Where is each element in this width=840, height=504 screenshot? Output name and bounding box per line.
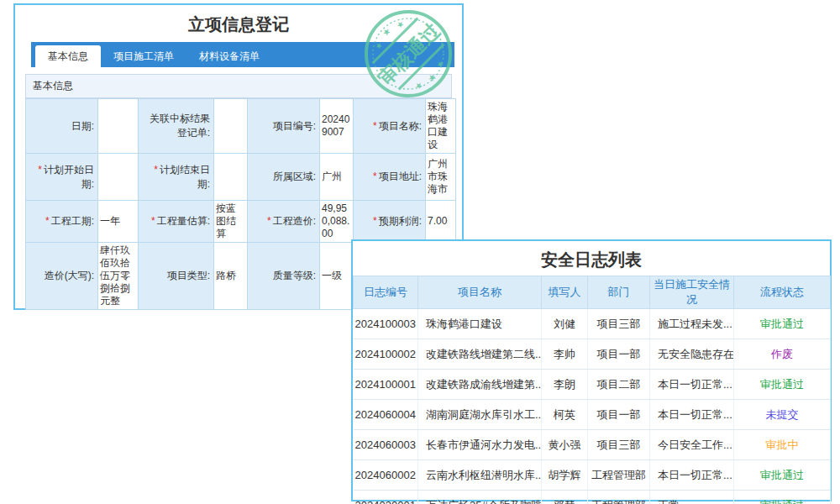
log-id-link[interactable]: 2024060003 xyxy=(354,430,418,460)
log-row: 2024100001改建铁路成渝线增建第...李朗项目二部本日一切正常...审批… xyxy=(354,370,831,400)
field-value xyxy=(98,99,139,154)
log-filler-link[interactable]: 李帅 xyxy=(542,339,588,370)
log-filler-link[interactable]: 邓琴 xyxy=(542,491,588,504)
log-row: 2024100003珠海鹤港口建设刘健项目三部施工过程未发...审批通过 xyxy=(354,309,831,339)
log-col-header-3: 部门 xyxy=(588,276,650,309)
field-value: 按蓝图结算 xyxy=(214,201,248,243)
log-status-badge: 审批通过 xyxy=(734,309,831,339)
field-label: *工程量估算: xyxy=(139,201,214,243)
required-asterisk: * xyxy=(373,171,377,182)
log-project-link[interactable]: 珠海鹤港口建设 xyxy=(418,309,542,339)
log-project-link[interactable]: 改建铁路成渝线增建第... xyxy=(418,370,542,400)
field-label: 项目编号: xyxy=(248,99,320,154)
field-value xyxy=(214,99,248,154)
log-safety-text: 本日一切正常... xyxy=(650,370,734,400)
log-col-header-5: 流程状态 xyxy=(734,276,831,309)
log-row: 2024100002改建铁路线增建第二线...李帅项目一部无安全隐患存在作废 xyxy=(354,339,831,370)
tab-2[interactable]: 材料设备清单 xyxy=(186,45,272,67)
log-id-link[interactable]: 2024100003 xyxy=(354,309,418,339)
log-col-header-0: 日志编号 xyxy=(354,276,418,309)
log-id-link[interactable]: 2024030001 xyxy=(354,491,418,504)
field-value: 广州市珠海市 xyxy=(426,154,456,201)
log-id-link[interactable]: 2024100002 xyxy=(354,339,418,370)
log-safety-text: 无安全隐患存在 xyxy=(650,339,734,370)
field-label: 造价(大写): xyxy=(26,243,98,310)
log-project-link[interactable]: 湖南洞庭湖水库引水工... xyxy=(418,400,542,430)
field-value: 49,950,088.00 xyxy=(320,201,354,243)
log-filler-link[interactable]: 胡学辉 xyxy=(542,460,588,491)
form-row: *计划开始日期:*计划结束日期:所属区域:广州*项目地址:广州市珠海市 xyxy=(26,154,456,201)
log-project-link[interactable]: 长春市伊通河水力发电... xyxy=(418,430,542,460)
log-project-link[interactable]: 改建铁路线增建第二线... xyxy=(418,339,542,370)
field-label: *项目名称: xyxy=(354,99,426,154)
field-value: 肆仟玖佰玖拾伍万零捌拾捌元整 xyxy=(98,243,139,310)
required-asterisk: * xyxy=(38,164,42,176)
log-dept: 项目一部 xyxy=(588,400,650,430)
field-label: *计划结束日期: xyxy=(139,154,214,201)
log-dept: 项目一部 xyxy=(588,339,650,370)
log-status-badge: 审批中 xyxy=(734,430,831,460)
log-dept: 工程管理部 xyxy=(588,460,650,491)
log-filler-link[interactable]: 柯英 xyxy=(542,400,588,430)
field-value: 路桥 xyxy=(214,243,248,310)
log-filler-link[interactable]: 刘健 xyxy=(542,309,588,339)
log-dept: 工程管理部 xyxy=(588,491,650,504)
log-id-link[interactable]: 2024060002 xyxy=(354,460,418,491)
log-status-badge: 作废 xyxy=(734,339,831,370)
log-project-link[interactable]: 万达广场35#会所及咖啡... xyxy=(418,491,542,504)
required-asterisk: * xyxy=(154,164,158,176)
field-label: 所属区域: xyxy=(248,154,320,201)
log-row: 2024060004湖南洞庭湖水库引水工...柯英项目一部本日一切正常...未提… xyxy=(354,400,831,430)
required-asterisk: * xyxy=(373,215,377,227)
field-value: 珠海鹤港口建设 xyxy=(426,99,456,154)
field-value: 广州 xyxy=(320,154,354,201)
field-value xyxy=(214,154,248,201)
field-label: 项目类型: xyxy=(139,243,214,310)
log-col-header-4: 当日施工安全情况 xyxy=(650,276,734,309)
log-row: 2024060003长春市伊通河水力发电...黄小强项目三部今日安全工作...审… xyxy=(354,430,831,460)
required-asterisk: * xyxy=(151,215,155,227)
log-id-link[interactable]: 2024060004 xyxy=(354,400,418,430)
log-col-header-1: 项目名称 xyxy=(418,276,542,309)
log-filler-link[interactable]: 李朗 xyxy=(542,370,588,400)
log-status-badge: 审批通过 xyxy=(734,370,831,400)
log-status-badge: 审批通过 xyxy=(734,460,831,491)
tab-1[interactable]: 项目施工清单 xyxy=(101,45,186,67)
log-id-link[interactable]: 2024100001 xyxy=(354,370,418,400)
field-label: *工程工期: xyxy=(26,201,98,243)
log-col-header-2: 填写人 xyxy=(542,276,588,309)
field-label: *预期利润: xyxy=(354,201,426,243)
field-label: 关联中标结果登记单: xyxy=(139,99,214,154)
log-status-badge: 未提交 xyxy=(734,400,831,430)
safety-log-table: 日志编号项目名称填写人部门当日施工安全情况流程状态 2024100003珠海鹤港… xyxy=(353,276,831,504)
log-dept: 项目三部 xyxy=(588,430,650,460)
field-value xyxy=(98,154,139,201)
form-row: *工程工期:一年*工程量估算:按蓝图结算*工程造价:49,950,088.00*… xyxy=(26,201,456,243)
log-safety-text: 今日安全工作... xyxy=(650,430,734,460)
log-safety-text: 本日一切正常... xyxy=(650,460,734,491)
field-value: 7.00 xyxy=(426,201,456,243)
safety-log-title: 安全日志列表 xyxy=(353,241,830,276)
log-status-badge: 审批通过 xyxy=(734,491,831,504)
required-asterisk: * xyxy=(45,215,50,227)
field-label: *项目地址: xyxy=(354,154,426,201)
log-project-link[interactable]: 云南水利枢纽潜明水库... xyxy=(418,460,542,491)
log-row: 2024060002云南水利枢纽潜明水库...胡学辉工程管理部本日一切正常...… xyxy=(354,460,831,491)
log-row: 2024030001万达广场35#会所及咖啡...邓琴工程管理部正常审批通过 xyxy=(354,491,831,504)
field-label: 质量等级: xyxy=(248,243,320,310)
safety-log-panel: 安全日志列表 日志编号项目名称填写人部门当日施工安全情况流程状态 2024100… xyxy=(351,239,832,501)
tab-0[interactable]: 基本信息 xyxy=(35,45,101,67)
log-dept: 项目三部 xyxy=(588,309,650,339)
field-value: 一年 xyxy=(98,201,139,243)
log-safety-text: 正常 xyxy=(650,491,734,504)
registration-title: 立项信息登记 xyxy=(15,5,462,39)
log-safety-text: 施工过程未发... xyxy=(650,309,734,339)
field-label: *计划开始日期: xyxy=(26,154,98,201)
required-asterisk: * xyxy=(373,120,377,132)
log-safety-text: 本日一切正常... xyxy=(650,400,734,430)
log-dept: 项目二部 xyxy=(588,370,650,400)
field-label: *工程造价: xyxy=(248,201,320,243)
section-header: 基本信息 xyxy=(25,74,452,98)
log-filler-link[interactable]: 黄小强 xyxy=(542,430,588,460)
field-label: 日期: xyxy=(26,99,98,154)
